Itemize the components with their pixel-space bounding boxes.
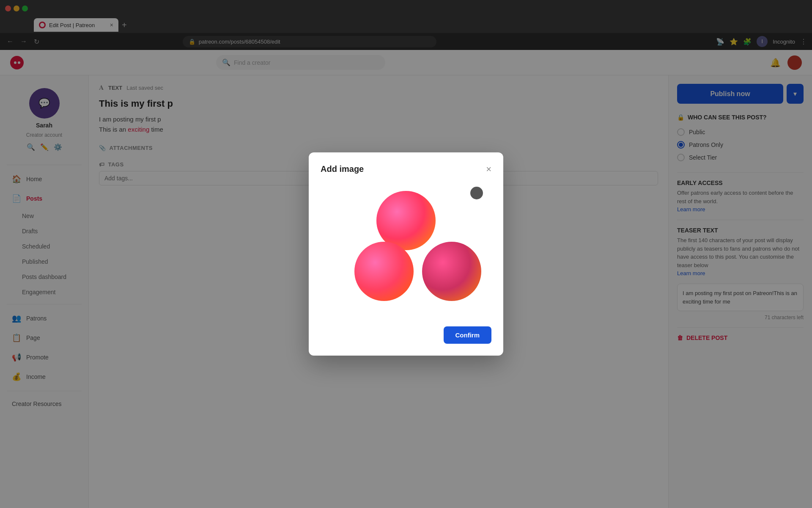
add-image-modal: Add image × Confirm xyxy=(309,152,503,356)
image-circle-bottom-left xyxy=(354,242,414,301)
image-preview-area xyxy=(321,182,491,318)
image-circle-top xyxy=(376,191,436,250)
modal-overlay[interactable]: Add image × Confirm xyxy=(0,0,812,508)
modal-header: Add image × xyxy=(321,164,491,174)
modal-close-button[interactable]: × xyxy=(486,165,491,174)
image-corner-dot xyxy=(470,187,483,199)
modal-footer: Confirm xyxy=(321,326,491,344)
modal-body xyxy=(321,182,491,318)
image-circle-bottom-right xyxy=(422,242,481,301)
confirm-button[interactable]: Confirm xyxy=(444,326,492,344)
modal-title: Add image xyxy=(321,164,364,174)
